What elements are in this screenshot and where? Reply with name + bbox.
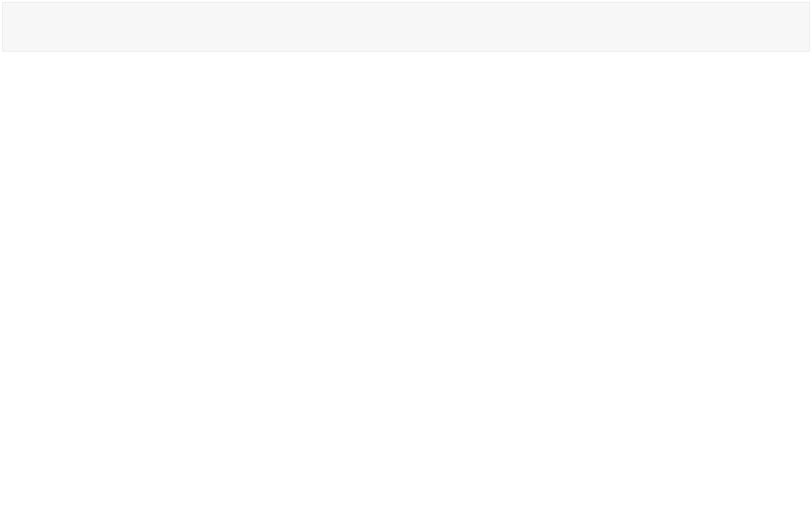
chart-figure[interactable] (0, 57, 812, 526)
code-block (2, 2, 810, 52)
